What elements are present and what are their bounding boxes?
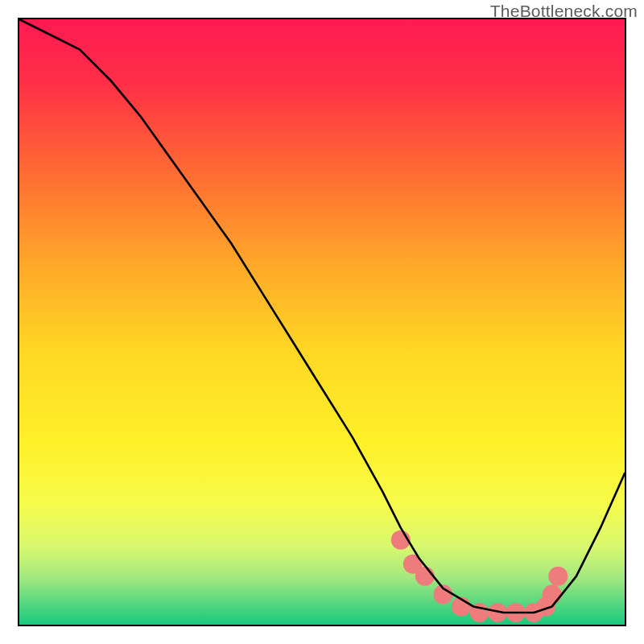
marker-dot	[543, 584, 562, 604]
chart-container: TheBottleneck.com	[0, 0, 644, 644]
plot-frame	[18, 18, 626, 626]
chart-overlay	[19, 19, 625, 625]
curve-path	[19, 19, 625, 613]
marker-dot	[548, 567, 568, 586]
marker-dot	[415, 567, 435, 586]
watermark-text: TheBottleneck.com	[490, 2, 638, 21]
